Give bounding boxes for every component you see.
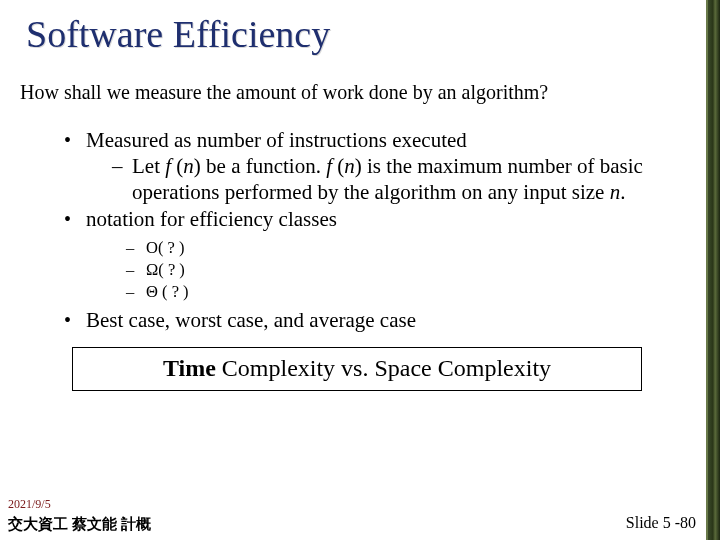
bullet-1: Measured as number of instructions execu… — [64, 128, 692, 205]
var-n: n — [183, 154, 194, 178]
slide: Software Efficiency How shall we measure… — [0, 0, 720, 540]
bullet-2c: Θ ( ? ) — [126, 281, 692, 303]
bullet-1a: Let f (n) be a function. f (n) is the ma… — [112, 154, 692, 205]
bullet-2: notation for efficiency classes O( ? ) Ω… — [64, 207, 692, 303]
right-decoration — [706, 0, 720, 540]
var-n: n — [344, 154, 355, 178]
slide-title: Software Efficiency — [0, 0, 720, 62]
slide-content: How shall we measure the amount of work … — [0, 62, 720, 391]
big-omega: Ω( ? ) — [146, 260, 185, 279]
subtitle-rest: Space Complexity — [374, 355, 551, 381]
footer-right: Slide 5 -80 — [626, 514, 696, 532]
t: Let — [132, 154, 165, 178]
bullet-2b: Ω( ? ) — [126, 259, 692, 281]
bullet-list: Measured as number of instructions execu… — [20, 128, 692, 333]
var-n: n — [610, 180, 621, 204]
t: . — [620, 180, 625, 204]
footer-date: 2021/9/5 — [8, 497, 51, 512]
bullet-3-text: Best case, worst case, and average case — [86, 308, 416, 332]
big-o: O( ? ) — [146, 238, 184, 257]
subtitle-box: Time Complexity vs. Space Complexity — [72, 347, 642, 390]
subtitle-bold: Time — [163, 355, 216, 381]
bullet-2-sub: O( ? ) Ω( ? ) Θ ( ? ) — [86, 237, 692, 304]
intro-text: How shall we measure the amount of work … — [20, 80, 692, 104]
bullet-2a: O( ? ) — [126, 237, 692, 259]
bullet-3: Best case, worst case, and average case — [64, 308, 692, 334]
bullet-1-text: Measured as number of instructions execu… — [86, 128, 467, 152]
bullet-2-text: notation for efficiency classes — [86, 207, 337, 231]
subtitle-mid: Complexity vs. — [216, 355, 375, 381]
fn-f: f — [165, 154, 176, 178]
fn-f: f — [326, 154, 337, 178]
big-theta: Θ ( ? ) — [146, 282, 189, 301]
t: ) be a function. — [194, 154, 326, 178]
footer-left: 交大資工 蔡文能 計概 — [8, 515, 151, 534]
bullet-1-sub: Let f (n) be a function. f (n) is the ma… — [86, 154, 692, 205]
